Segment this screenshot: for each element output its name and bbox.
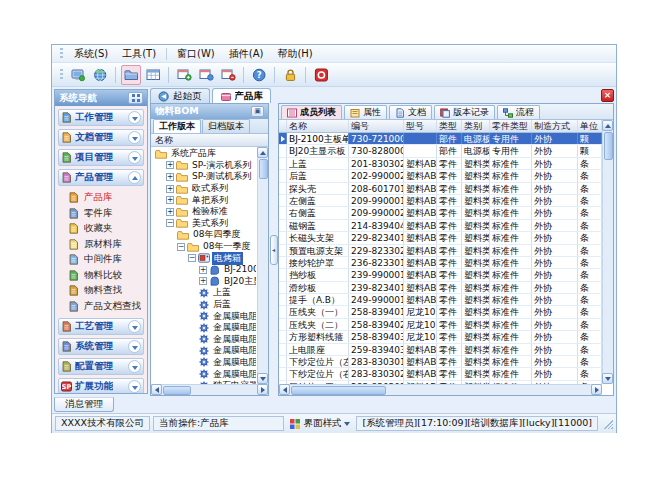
- sidebar-group-header[interactable]: 工艺管理: [58, 318, 144, 335]
- sidebar-item-原材料库[interactable]: 原材料库: [68, 237, 144, 253]
- help-button[interactable]: ?: [249, 65, 269, 85]
- table-row[interactable]: 上电眼座259-839403-00I塑料ABS零件塑料类标准件外协条: [279, 344, 602, 356]
- table-row[interactable]: BJ20主显示板730-828000-04I部件电源板专用件外协颗: [279, 145, 602, 157]
- table-row[interactable]: 左侧盖209-990001-01I塑料ABS零件塑料类标准件外协条: [279, 195, 602, 207]
- table-row[interactable]: 探头壳208-601701-01I塑料ABS零件塑料类标准件外协条: [279, 183, 602, 195]
- sidebar-menu-button[interactable]: [128, 92, 143, 104]
- close-tab-button[interactable]: ×: [601, 89, 614, 102]
- expand-plus-icon[interactable]: +: [166, 208, 174, 216]
- window-new-button[interactable]: [174, 65, 194, 85]
- chevron-down-icon[interactable]: [128, 131, 141, 144]
- window-delete-button[interactable]: [218, 65, 238, 85]
- table-row[interactable]: 右侧盖209-990002-01I塑料ABS零件塑料类标准件外协条: [279, 207, 602, 219]
- ui-style-picker[interactable]: 界面样式: [287, 416, 353, 431]
- tree-node-SP-测试机系列[interactable]: +SP-测试机系列: [153, 171, 256, 183]
- tree-node-BJ-2100主板单点[interactable]: +BJ-2100主板单点: [153, 264, 256, 276]
- sidebar-group-header[interactable]: 配置管理: [58, 358, 144, 375]
- column-header-型号[interactable]: 型号: [404, 120, 437, 132]
- grid-vertical-scrollbar[interactable]: [602, 120, 613, 384]
- sidebar-item-收藏夹[interactable]: 收藏夹: [68, 221, 144, 237]
- window-refresh-button[interactable]: [196, 65, 216, 85]
- tree-node-金属膜电阻器[interactable]: 金属膜电阻器: [153, 345, 256, 357]
- expand-plus-icon[interactable]: +: [199, 266, 207, 274]
- tree-node-金属膜电阻器[interactable]: 金属膜电阻器: [153, 334, 256, 346]
- expand-plus-icon[interactable]: +: [199, 277, 207, 285]
- tree-node-检验标准[interactable]: +检验标准: [153, 206, 256, 218]
- column-header-单位[interactable]: 单位: [578, 120, 602, 132]
- sidebar-item-中间件库[interactable]: 中间件库: [68, 252, 144, 268]
- chevron-down-icon[interactable]: [128, 380, 141, 393]
- table-row[interactable]: 压线夹（一）258-839401-00I尼龙1010零件塑料类标准件外协条: [279, 306, 602, 318]
- scroll-thumb[interactable]: [163, 386, 191, 395]
- table-row[interactable]: 下纱定位片（左）283-830301-00I塑料ABS零件塑料类标准件外协条: [279, 356, 602, 368]
- table-row[interactable]: 接纱轮护罩236-823301-00I塑料ABS零件塑料类标准件外协条: [279, 257, 602, 269]
- scroll-left-button[interactable]: [279, 384, 290, 395]
- chevron-down-icon[interactable]: [128, 360, 141, 373]
- message-panel-tab[interactable]: 消息管理: [54, 397, 114, 412]
- tree-column-header[interactable]: 名称: [151, 134, 268, 147]
- panel-splitter[interactable]: ◂: [269, 103, 278, 396]
- tree-node-金属膜电阻器[interactable]: 金属膜电阻器: [153, 357, 256, 369]
- scroll-right-button[interactable]: [591, 384, 602, 395]
- chevron-down-icon[interactable]: [128, 111, 141, 124]
- table-row[interactable]: BJ-2100主板单点730-721000-12I部件电源板专用件外协颗: [279, 133, 602, 145]
- chevron-down-icon[interactable]: [128, 340, 141, 353]
- table-row[interactable]: 滑纱板239-823401-00I塑料ABS零件塑料类标准件外协条: [279, 282, 602, 294]
- member-tab-属性[interactable]: 属性: [344, 105, 387, 119]
- open-folder-button[interactable]: [121, 65, 141, 85]
- chevron-up-icon[interactable]: [128, 171, 141, 184]
- sidebar-group-header[interactable]: 产品管理: [58, 169, 144, 186]
- member-tab-流程[interactable]: 流程: [497, 105, 540, 119]
- scroll-thumb[interactable]: [291, 386, 386, 395]
- sidebar-group-header[interactable]: 工作管理: [58, 109, 144, 126]
- toolbar-grip[interactable]: [60, 69, 63, 81]
- column-header-零件类型[interactable]: 零件类型: [490, 120, 532, 132]
- sidebar-item-物料比较[interactable]: 物料比较: [68, 268, 144, 284]
- collapse-minus-icon[interactable]: −: [166, 219, 174, 227]
- bom-tab-工作版本[interactable]: 工作版本: [153, 119, 201, 133]
- collapse-minus-icon[interactable]: −: [177, 243, 185, 251]
- column-header-类别[interactable]: 类别: [462, 120, 490, 132]
- menu-item[interactable]: 窗口(W): [170, 46, 222, 62]
- column-header-编号[interactable]: 编号: [349, 120, 404, 132]
- doc-tab-产品库[interactable]: 产品库: [212, 88, 272, 103]
- sidebar-item-产品库[interactable]: 产品库: [68, 190, 144, 206]
- menu-item[interactable]: 帮助(H): [270, 46, 319, 62]
- tree-node-美式系列[interactable]: −美式系列: [153, 218, 256, 230]
- column-header-类型[interactable]: 类型: [437, 120, 462, 132]
- sidebar-group-header[interactable]: 系统管理: [58, 338, 144, 355]
- tree-node-金属膜电阻器[interactable]: 金属膜电阻器: [153, 322, 256, 334]
- exit-button[interactable]: [311, 65, 331, 85]
- scroll-down-button[interactable]: [257, 373, 268, 384]
- menubar-grip[interactable]: [60, 48, 63, 60]
- scroll-up-button[interactable]: [602, 120, 613, 131]
- table-row[interactable]: 预置电源支架229-823302-00I塑料ABS零件塑料类标准件外协条: [279, 245, 602, 257]
- member-tab-文档[interactable]: 文档: [389, 105, 432, 119]
- sidebar-item-零件库[interactable]: 零件库: [68, 206, 144, 222]
- tree-node-BJ20主显示板[interactable]: +BJ20主显示板: [153, 276, 256, 288]
- tree-node-上盖[interactable]: 上盖: [153, 287, 256, 299]
- data-table-button[interactable]: [143, 65, 163, 85]
- pin-button[interactable]: ▣: [251, 106, 264, 117]
- grid-horizontal-scrollbar[interactable]: [279, 384, 602, 395]
- column-header-名称[interactable]: 名称: [287, 120, 349, 132]
- expand-plus-icon[interactable]: +: [166, 196, 174, 204]
- scroll-up-button[interactable]: [257, 147, 268, 158]
- member-tab-成员列表[interactable]: 成员列表: [281, 105, 342, 119]
- scroll-down-button[interactable]: [602, 373, 613, 384]
- chevron-down-icon[interactable]: [128, 151, 141, 164]
- scroll-thumb[interactable]: [259, 159, 268, 179]
- column-header-制造方式[interactable]: 制造方式: [532, 120, 578, 132]
- tree-node-单把系列[interactable]: +单把系列: [153, 194, 256, 206]
- menu-item[interactable]: 系统(S): [67, 46, 115, 62]
- sidebar-group-header[interactable]: 项目管理: [58, 149, 144, 166]
- sidebar-item-物料查找[interactable]: 物料查找: [68, 283, 144, 299]
- scroll-thumb[interactable]: [604, 132, 613, 160]
- chevron-down-icon[interactable]: [128, 320, 141, 333]
- tree-node-08年一季度[interactable]: −08年一季度: [153, 241, 256, 253]
- table-row[interactable]: 方形塑料线箍258-839403-00I尼龙1010零件塑料类标准件外协条: [279, 331, 602, 343]
- expand-plus-icon[interactable]: +: [166, 173, 174, 181]
- sidebar-item-产品文档查找[interactable]: 产品文档查找: [68, 299, 144, 315]
- tree-node-金属膜电阻器[interactable]: 金属膜电阻器: [153, 368, 256, 380]
- expand-plus-icon[interactable]: +: [166, 161, 174, 169]
